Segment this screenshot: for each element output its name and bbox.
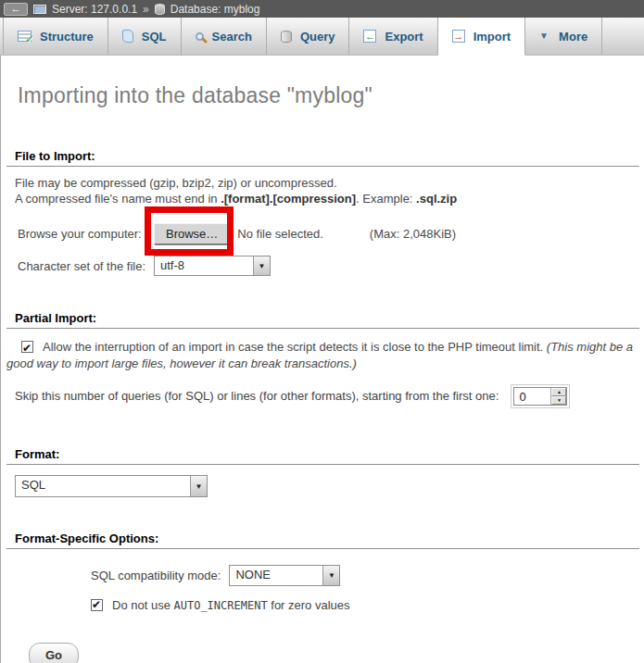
format-select[interactable]: SQL — [15, 475, 208, 497]
tab-more[interactable]: More — [525, 18, 602, 55]
skip-queries-stepper — [550, 388, 566, 405]
tab-sql[interactable]: SQL — [108, 18, 182, 55]
sql-compat-label: SQL compatibility mode: — [91, 569, 221, 582]
tab-label: Import — [474, 30, 511, 44]
file-to-import-heading: File to Import: — [6, 147, 639, 167]
zero-values-prefix: Do not use — [112, 598, 174, 612]
tab-label: Export — [385, 30, 423, 44]
zero-values-keyword: AUTO_INCREMENT — [174, 599, 268, 612]
help-line2-mid: . Example: — [356, 192, 416, 206]
allow-interruption-row: Allow the interruption of an import in c… — [6, 339, 639, 372]
stepper-up-icon[interactable] — [551, 388, 566, 396]
sql-compat-select[interactable]: NONE — [229, 565, 340, 586]
export-icon — [363, 30, 376, 43]
chevron-down-icon[interactable] — [322, 566, 339, 585]
back-arrow-button[interactable]: ← — [4, 3, 28, 16]
tab-bar: Structure SQL Search Query Export Import… — [0, 18, 644, 56]
tab-structure[interactable]: Structure — [3, 18, 108, 55]
sql-compat-selected-value: NONE — [230, 566, 322, 585]
file-to-import-section: File to Import: File may be compressed (… — [6, 147, 639, 276]
main-content: Importing into the database "myblog" Fil… — [0, 56, 644, 663]
format-section: Format: SQL — [6, 445, 639, 497]
zero-values-checkbox[interactable] — [91, 599, 103, 611]
charset-select[interactable]: utf-8 — [154, 256, 271, 276]
help-format-pattern: .[format].[compression] — [221, 192, 356, 206]
partial-import-heading: Partial Import: — [6, 309, 639, 329]
zero-values-suffix: for zero values — [268, 598, 350, 612]
tab-export[interactable]: Export — [349, 18, 437, 55]
help-line1: File may be compressed (gzip, bzip2, zip… — [15, 176, 337, 190]
page-title: Importing into the database "myblog" — [18, 83, 644, 108]
search-icon — [196, 32, 204, 41]
format-selected-value: SQL — [16, 476, 190, 496]
query-icon — [281, 31, 292, 43]
tab-import[interactable]: Import — [438, 18, 525, 56]
allow-interruption-label: Allow the interruption of an import in c… — [43, 340, 547, 354]
tab-label: Structure — [40, 30, 94, 44]
tab-label: Query — [300, 30, 335, 44]
format-heading: Format: — [6, 445, 639, 465]
submit-row: Go — [29, 643, 644, 663]
skip-queries-label: Skip this number of queries (for SQL) or… — [15, 389, 499, 403]
charset-selected-value: utf-8 — [155, 256, 253, 275]
tab-bar-filler — [602, 18, 644, 55]
browse-file-row: Browse your computer: Browse… No file se… — [6, 221, 639, 246]
charset-label: Character set of the file: — [18, 259, 154, 273]
browse-button[interactable]: Browse… — [154, 223, 230, 244]
tab-label: SQL — [142, 30, 167, 44]
zero-values-label: Do not use AUTO_INCREMENT for zero value… — [112, 598, 350, 612]
partial-import-section: Partial Import: Allow the interruption o… — [6, 309, 639, 408]
sql-icon — [122, 30, 133, 43]
structure-icon — [18, 31, 32, 42]
breadcrumb-separator: » — [143, 3, 149, 16]
browse-label: Browse your computer: — [18, 227, 154, 241]
database-icon — [155, 4, 165, 15]
breadcrumb-database[interactable]: Database: myblog — [170, 3, 260, 16]
server-icon — [33, 5, 46, 14]
allow-interruption-checkbox[interactable] — [21, 341, 33, 353]
charset-row: Character set of the file: utf-8 — [6, 256, 639, 276]
format-options-heading: Format-Specific Options: — [6, 530, 639, 549]
tab-label: More — [559, 30, 587, 44]
stepper-down-icon[interactable] — [551, 396, 566, 405]
zero-values-row: Do not use AUTO_INCREMENT for zero value… — [6, 598, 639, 612]
compression-help-text: File may be compressed (gzip, bzip2, zip… — [6, 175, 639, 206]
no-file-selected-text: No file selected. — [237, 227, 323, 241]
chevron-down-icon — [539, 31, 550, 42]
help-line2-prefix: A compressed file's name must end in — [15, 192, 221, 206]
tab-label: Search — [212, 30, 252, 44]
max-upload-size-text: (Max: 2,048KiB) — [370, 227, 456, 241]
skip-queries-input[interactable]: 0 — [513, 387, 567, 406]
breadcrumb-bar: ← Server: 127.0.0.1 » Database: myblog — [0, 0, 644, 18]
chevron-down-icon[interactable] — [253, 256, 270, 275]
sql-compat-row: SQL compatibility mode: NONE — [6, 565, 639, 586]
help-example: .sql.zip — [416, 192, 457, 206]
format-options-section: Format-Specific Options: SQL compatibili… — [6, 530, 639, 612]
chevron-down-icon[interactable] — [190, 476, 207, 496]
tab-query[interactable]: Query — [267, 18, 350, 55]
skip-queries-row: Skip this number of queries (for SQL) or… — [6, 383, 639, 408]
skip-queries-input-wrap: 0 — [511, 384, 570, 408]
import-icon — [452, 30, 465, 43]
skip-queries-value: 0 — [514, 388, 550, 405]
tab-search[interactable]: Search — [182, 18, 267, 55]
go-button[interactable]: Go — [29, 643, 79, 663]
breadcrumb-server[interactable]: Server: 127.0.0.1 — [52, 3, 137, 16]
